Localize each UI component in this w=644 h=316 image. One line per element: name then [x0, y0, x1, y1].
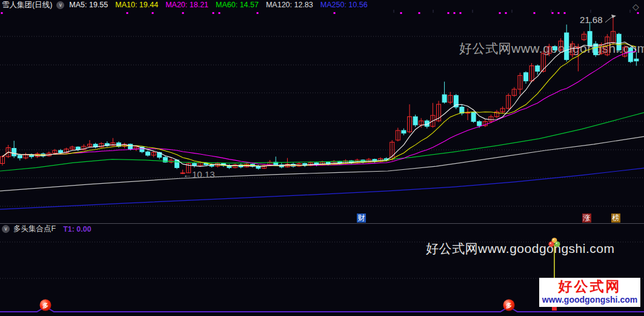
signal-dot — [257, 12, 259, 14]
candle — [634, 52, 639, 66]
candle — [536, 64, 540, 75]
signal-dot — [127, 12, 128, 14]
ma-legend: MA5: 19.55MA10: 19.44MA20: 18.21MA60: 14… — [69, 0, 367, 10]
ma-label: MA60: 14.57 — [216, 0, 259, 10]
candle — [460, 105, 464, 115]
candle — [88, 140, 92, 148]
candle — [105, 141, 109, 147]
candle — [500, 106, 505, 113]
candle — [512, 87, 516, 97]
candle — [146, 150, 150, 156]
signal-dot — [460, 12, 462, 14]
candle — [425, 119, 429, 129]
candle — [169, 158, 173, 164]
chart-title: 雪人集团(日线) — [2, 0, 52, 10]
signal-dot — [213, 12, 214, 14]
signal-dot — [219, 12, 221, 14]
high-arrowhead — [611, 15, 616, 18]
candle — [466, 109, 470, 120]
candle — [483, 119, 487, 127]
candle — [12, 141, 16, 158]
svg-text:多: 多 — [42, 302, 48, 309]
signal-dot — [152, 12, 154, 14]
ma-label: MA10: 19.44 — [115, 0, 158, 10]
candle — [227, 164, 231, 169]
svg-text:多: 多 — [506, 302, 512, 309]
signal-dot — [334, 12, 336, 14]
candle — [47, 152, 51, 157]
ma-label: MA5: 19.55 — [69, 0, 108, 10]
candle — [547, 44, 551, 56]
candle — [402, 129, 406, 135]
main-chart-header: 雪人集团(日线) ∨ MA5: 19.55MA10: 19.44MA20: 18… — [0, 0, 644, 10]
candle — [413, 115, 417, 127]
candle — [623, 45, 627, 58]
candle — [495, 110, 499, 118]
logo-name: 好公式网 — [539, 278, 640, 295]
bull-signal-ball: 多 — [503, 300, 515, 311]
logo-box: 好公式网 www.goodgongshi.com — [539, 278, 640, 307]
candle — [163, 156, 167, 163]
index-badge[interactable]: 涨 — [582, 213, 591, 223]
candle — [1, 155, 5, 166]
candle — [24, 153, 28, 160]
signal-dot — [637, 12, 639, 14]
ma-label: MA120: 12.83 — [266, 0, 313, 10]
signal-dot — [448, 12, 450, 14]
price-low-label: ←10.13 — [183, 169, 215, 180]
candle — [594, 41, 598, 57]
ma-label: MA250: 10.56 — [320, 0, 368, 10]
candle — [76, 146, 80, 151]
signal-dot — [499, 12, 501, 14]
candle — [454, 94, 458, 109]
stock-chart-canvas[interactable]: 多多 — [0, 0, 644, 316]
candle — [192, 162, 196, 167]
candle — [6, 145, 10, 158]
candle — [559, 38, 563, 52]
candle — [297, 162, 301, 167]
flower-base — [552, 307, 557, 311]
candle — [628, 47, 632, 63]
price-high-label: 21.68 — [580, 15, 603, 25]
candle — [408, 104, 412, 133]
ma-label: MA20: 18.21 — [165, 0, 208, 10]
signal-dot — [552, 12, 554, 14]
candle — [431, 103, 435, 128]
candle — [518, 73, 522, 95]
candle — [617, 33, 621, 52]
candle — [565, 25, 569, 62]
signal-dot — [534, 12, 536, 14]
candle — [471, 111, 476, 123]
index-badge[interactable]: 榜 — [611, 213, 620, 223]
signal-dot — [419, 12, 420, 14]
candle — [151, 151, 156, 157]
signal-dot — [454, 12, 456, 14]
candle — [285, 158, 290, 168]
logo-url: www.goodgongshi.com — [539, 295, 640, 304]
signal-dot — [400, 12, 402, 14]
candle — [524, 72, 528, 84]
chevron-down-icon[interactable]: ∨ — [56, 1, 64, 9]
signal-dot — [182, 12, 184, 14]
candle — [506, 93, 511, 110]
candle — [576, 44, 580, 71]
signal-dot — [505, 12, 507, 14]
signal-dot — [558, 12, 560, 14]
sub-chart-title: 多头集合点F — [13, 224, 56, 234]
candle — [529, 63, 534, 82]
candle — [582, 32, 586, 41]
sub-t1-value: T1: 0.00 — [63, 225, 91, 234]
chevron-down-icon[interactable]: ∨ — [2, 225, 10, 233]
t1-line — [0, 307, 644, 312]
ma250-line — [0, 168, 644, 209]
candle — [82, 144, 86, 150]
candle — [588, 22, 592, 47]
index-badge[interactable]: 财 — [357, 213, 366, 223]
bull-signal-ball: 多 — [40, 300, 51, 311]
signal-dot — [564, 12, 566, 14]
candle — [611, 15, 616, 45]
app-window: 好公式网www.goodgongshi.com 好公式网www.goodgong… — [0, 0, 644, 316]
sub-panel-header: ∨ 多头集合点F T1: 0.00 — [0, 224, 644, 234]
candle — [274, 156, 278, 166]
candle — [99, 142, 104, 147]
